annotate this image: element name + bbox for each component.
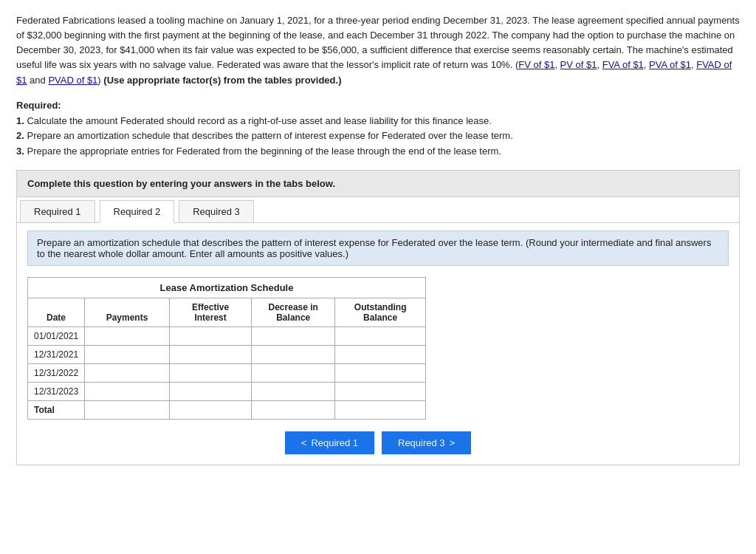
cell-total-outstanding: [335, 400, 426, 419]
schedule-title: Lease Amortization Schedule: [27, 277, 426, 298]
col-effective-interest: Effective Interest: [169, 298, 251, 326]
table-row: 12/31/2023: [28, 382, 426, 400]
cell-decrease-0[interactable]: [252, 326, 335, 345]
table-row: 12/31/2022: [28, 363, 426, 382]
next-button[interactable]: Required 3 >: [382, 431, 471, 454]
cell-payments-1[interactable]: [85, 345, 170, 363]
tab-required-1[interactable]: Required 1: [20, 200, 95, 222]
link-pvad[interactable]: PVAD of $1: [48, 75, 97, 86]
required-label: Required:: [16, 100, 61, 111]
input-interest-0[interactable]: [176, 331, 245, 341]
input-outstanding-3[interactable]: [341, 386, 419, 397]
input-outstanding-1[interactable]: [341, 349, 419, 360]
cell-interest-3[interactable]: [169, 382, 251, 400]
cell-date-0: 01/01/2021: [28, 326, 85, 345]
tab-content: Prepare an amortization schedule that de…: [17, 223, 739, 465]
input-decrease-3[interactable]: [258, 386, 329, 397]
input-interest-2[interactable]: [176, 368, 245, 378]
question-box: Complete this question by entering your …: [16, 170, 740, 197]
cell-total-payments[interactable]: [85, 400, 170, 419]
input-payments-3[interactable]: [91, 386, 163, 397]
col-date: Date: [28, 298, 85, 326]
input-payments-2[interactable]: [91, 368, 163, 378]
cell-decrease-3[interactable]: [252, 382, 335, 400]
tab-required-2[interactable]: Required 2: [100, 200, 175, 223]
prev-arrow: <: [301, 437, 307, 448]
tabs-container: Required 1 Required 2 Required 3 Prepare…: [16, 197, 740, 465]
col-outstanding: Outstanding Balance: [335, 298, 426, 326]
prev-button[interactable]: < Required 1: [285, 431, 374, 454]
cell-payments-3[interactable]: [85, 382, 170, 400]
input-decrease-2[interactable]: [258, 368, 329, 378]
col-decrease: Decrease in Balance: [252, 298, 335, 326]
next-arrow: >: [450, 437, 456, 448]
input-total-interest[interactable]: [176, 405, 245, 415]
cell-date-2: 12/31/2022: [28, 363, 85, 382]
cell-date-1: 12/31/2021: [28, 345, 85, 363]
required-item-3: 3. Prepare the appropriate entries for F…: [16, 144, 740, 160]
intro-paragraph: Federated Fabrications leased a tooling …: [16, 13, 740, 88]
cell-outstanding-2[interactable]: [335, 363, 426, 382]
input-interest-3[interactable]: [176, 386, 245, 397]
nav-buttons: < Required 1 Required 3 >: [27, 431, 729, 454]
cell-date-3: 12/31/2023: [28, 382, 85, 400]
input-outstanding-0[interactable]: [341, 331, 419, 341]
bold-instruction: (Use appropriate factor(s) from the tabl…: [103, 75, 341, 86]
link-fv[interactable]: FV of $1: [518, 59, 554, 70]
input-decrease-0[interactable]: [258, 331, 329, 341]
cell-outstanding-0[interactable]: [335, 326, 426, 345]
cell-interest-2[interactable]: [169, 363, 251, 382]
cell-interest-0[interactable]: [169, 326, 251, 345]
input-payments-1[interactable]: [91, 349, 163, 360]
input-decrease-1[interactable]: [258, 349, 329, 360]
question-box-text: Complete this question by entering your …: [27, 178, 335, 189]
cell-outstanding-3[interactable]: [335, 382, 426, 400]
input-outstanding-2[interactable]: [341, 368, 419, 378]
tabs-row: Required 1 Required 2 Required 3: [17, 197, 739, 223]
cell-total-decrease[interactable]: [252, 400, 335, 419]
input-interest-1[interactable]: [176, 349, 245, 360]
required-item-2: 2. Prepare an amortization schedule that…: [16, 129, 740, 144]
tab-required-3[interactable]: Required 3: [179, 200, 254, 222]
prev-label: Required 1: [311, 437, 358, 448]
table-row: 12/31/2021: [28, 345, 426, 363]
input-payments-0[interactable]: [91, 331, 163, 341]
cell-payments-0[interactable]: [85, 326, 170, 345]
link-pva[interactable]: PVA of $1: [649, 59, 691, 70]
cell-outstanding-1[interactable]: [335, 345, 426, 363]
col-payments: Payments: [85, 298, 170, 326]
cell-decrease-2[interactable]: [252, 363, 335, 382]
table-row: 01/01/2021: [28, 326, 426, 345]
cell-total-interest[interactable]: [169, 400, 251, 419]
link-pv[interactable]: PV of $1: [560, 59, 597, 70]
next-label: Required 3: [398, 437, 445, 448]
cell-total-label: Total: [28, 400, 85, 419]
input-total-decrease[interactable]: [258, 405, 329, 415]
required-section: Required: 1. Calculate the amount Federa…: [16, 98, 740, 160]
required-item-1: 1. Calculate the amount Federated should…: [16, 114, 740, 129]
cell-decrease-1[interactable]: [252, 345, 335, 363]
link-fva[interactable]: FVA of $1: [602, 59, 644, 70]
table-row-total: Total: [28, 400, 426, 419]
table-header-row: Date Payments Effective Interest Decreas…: [28, 298, 426, 326]
schedule-table: Date Payments Effective Interest Decreas…: [27, 298, 426, 420]
input-total-payments[interactable]: [91, 405, 163, 415]
cell-payments-2[interactable]: [85, 363, 170, 382]
instruction-box: Prepare an amortization schedule that de…: [27, 230, 729, 266]
cell-interest-1[interactable]: [169, 345, 251, 363]
schedule-container: Lease Amortization Schedule Date Payment…: [27, 277, 426, 420]
instruction-main: Prepare an amortization schedule that de…: [37, 237, 523, 248]
